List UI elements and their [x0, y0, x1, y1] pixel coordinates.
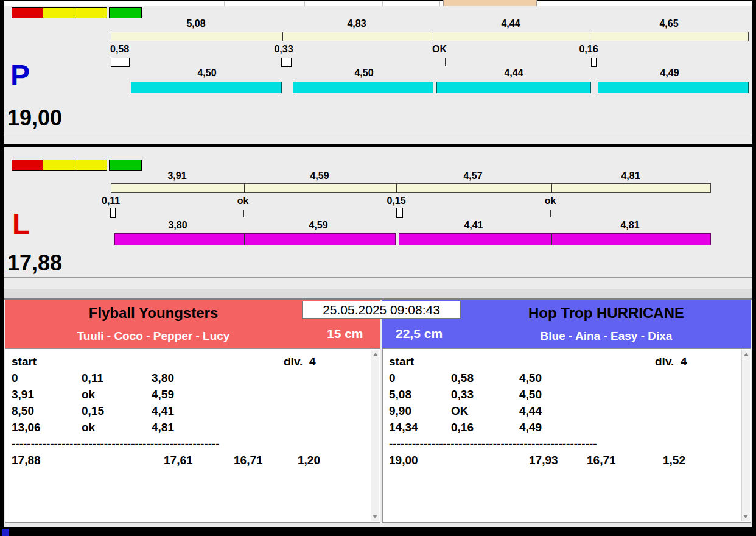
run-row: 3,91 ok 4,59 [12, 386, 380, 403]
cross-label: OK [432, 44, 447, 54]
light-yellow2-icon [74, 160, 107, 171]
bottom-bar [0, 527, 756, 536]
right-jump-height: 22,5 cm [396, 326, 443, 341]
split-label: 5,08 [186, 19, 205, 29]
run-cross: 0,16 [451, 419, 519, 436]
division-label: div. 4 [284, 353, 315, 370]
start-label: start [389, 353, 414, 370]
run-start: 0 [389, 370, 451, 386]
run-cross: ok [82, 386, 152, 403]
right-log-scrollbar[interactable] [741, 350, 750, 521]
total-diff: 1,52 [663, 452, 685, 468]
flyball-timer-window: 5,08 4,83 4,44 4,65 0,58 0,33 OK 0,16 P … [0, 0, 756, 536]
total-alt2: 16,71 [234, 452, 298, 468]
scroll-up-icon[interactable] [744, 353, 749, 356]
run-cross: 0,11 [82, 370, 152, 386]
split-label: 4,44 [501, 19, 520, 29]
total-time: 17,88 [12, 452, 164, 468]
split-label: 3,91 [167, 171, 186, 181]
split-label: 4,59 [309, 220, 327, 230]
run-row: 0 0,11 3,80 [12, 370, 380, 386]
cross-marker-tick [243, 210, 244, 217]
run-row: 8,50 0,15 4,41 [12, 403, 380, 419]
segment-tick [244, 183, 245, 193]
toolbar-item-partial[interactable] [443, 0, 537, 6]
total-alt1: 17,61 [164, 452, 234, 468]
segment-tick [433, 32, 433, 41]
lane-total-l: 17,88 [7, 252, 62, 274]
run-cross: 0,15 [82, 403, 152, 419]
run-row: 14,34 0,16 4,49 [389, 419, 751, 436]
start-label: start [12, 353, 37, 370]
split-label: 4,50 [354, 68, 373, 78]
segment-tick [590, 32, 590, 41]
left-team-log[interactable]: div. 4 start 0 0,11 3,80 3,91 ok 4,59 8,… [5, 348, 380, 523]
scroll-down-icon[interactable] [373, 515, 377, 518]
panel-divider [4, 277, 752, 278]
segment-bar-upper-p [111, 32, 749, 41]
split-label: 4,41 [464, 220, 483, 230]
cross-marker-box [281, 58, 292, 67]
run-start: 5,08 [389, 386, 451, 403]
run-split: 4,41 [152, 403, 174, 419]
segment-tick [551, 183, 552, 193]
left-team-dogs: Tuuli - Coco - Pepper - Lucy [5, 330, 302, 343]
run-cross: 0,33 [451, 386, 519, 403]
split-label: 4,44 [504, 68, 523, 78]
run-start: 13,06 [12, 419, 82, 436]
run-row: 5,08 0,33 4,50 [389, 386, 751, 403]
segment-tick [396, 183, 397, 193]
totals-row: 19,00 17,93 16,71 1,52 [389, 452, 751, 468]
light-yellow1-icon [43, 160, 74, 171]
run-start: 9,90 [389, 403, 451, 419]
cross-marker-box [110, 208, 116, 218]
left-team-name: Flyball Youngsters [5, 305, 302, 322]
right-team-dogs: Blue - Aina - Easy - Dixa [461, 330, 751, 343]
run-split: 4,59 [152, 386, 174, 403]
run-start: 8,50 [12, 403, 82, 419]
toolbar-divider [304, 1, 305, 6]
right-team-name: Hop Trop HURRICANE [461, 305, 751, 322]
run-split: 4,50 [519, 386, 542, 403]
scroll-down-icon[interactable] [743, 515, 748, 518]
start-lights-l [12, 160, 142, 171]
cross-label: ok [237, 196, 249, 206]
window-splitter [4, 289, 752, 298]
run-cross: ok [82, 419, 152, 436]
split-label: 4,57 [463, 171, 482, 181]
light-red-icon [12, 7, 43, 18]
split-label: 4,59 [310, 171, 329, 181]
total-diff: 1,20 [298, 452, 320, 468]
cross-label: 0,11 [102, 196, 120, 206]
total-alt1: 17,93 [529, 452, 587, 468]
panel-divider [4, 132, 752, 132]
split-label: 4,81 [620, 220, 639, 230]
split-label: 4,65 [659, 19, 678, 29]
status-chip [2, 529, 9, 536]
toolbar-divider [382, 1, 383, 6]
lane-total-p: 19,00 [7, 107, 62, 129]
dog-time-bar [114, 233, 396, 245]
dog-time-bar [399, 233, 711, 245]
run-split: 4,50 [519, 370, 542, 386]
run-start: 3,91 [12, 386, 82, 403]
top-toolbar-strip [4, 1, 752, 6]
run-cross: OK [451, 403, 519, 419]
run-row: 0 0,58 4,50 [389, 370, 751, 386]
scroll-up-icon[interactable] [373, 353, 378, 356]
total-time: 19,00 [389, 452, 529, 468]
dog-time-bar [436, 82, 591, 93]
start-row: start [389, 353, 751, 370]
right-team-log[interactable]: div. 4 start 0 0,58 4,50 5,08 0,33 4,50 … [382, 348, 751, 523]
segment-tick [244, 233, 245, 245]
run-cross: 0,58 [451, 370, 519, 386]
left-log-scrollbar[interactable] [371, 350, 379, 521]
dog-time-bar [293, 82, 433, 93]
total-alt2: 16,71 [587, 452, 663, 468]
toolbar-divider [439, 1, 440, 6]
thick-separator [4, 144, 752, 147]
cross-label: 0,33 [274, 44, 293, 54]
run-split: 4,49 [519, 419, 542, 436]
run-start: 0 [12, 370, 82, 386]
split-label: 4,50 [197, 68, 216, 78]
